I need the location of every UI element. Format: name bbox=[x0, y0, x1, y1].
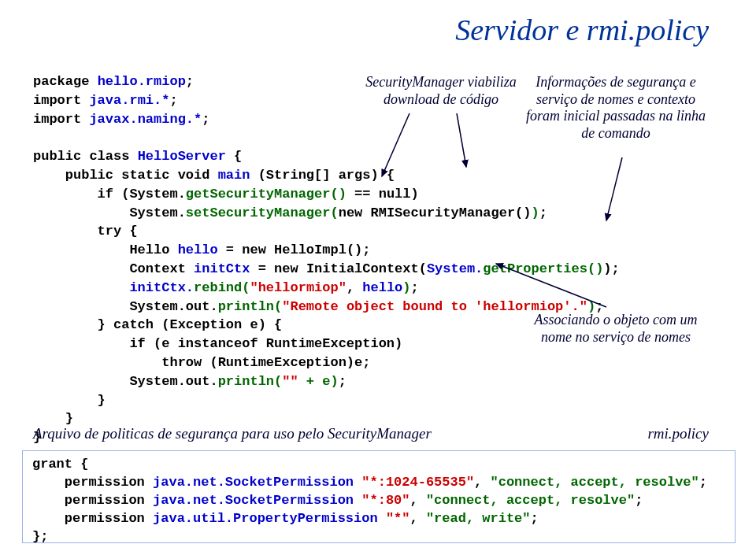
code-text: = new HelloImpl(); bbox=[218, 242, 371, 257]
policy-code-box: grant { permission java.net.SocketPermis… bbox=[22, 450, 736, 543]
code-text: System. bbox=[33, 205, 186, 220]
code-text: ; bbox=[339, 374, 346, 389]
code-text: java.rmi.* bbox=[89, 93, 169, 108]
code-text: , bbox=[410, 511, 426, 526]
code-text: ; bbox=[186, 74, 194, 89]
code-text: hello bbox=[362, 280, 402, 295]
code-text: ); bbox=[603, 261, 619, 276]
code-text: hello bbox=[178, 242, 218, 257]
code-text: , bbox=[346, 280, 362, 295]
code-text: } bbox=[33, 393, 106, 408]
code-text: import bbox=[33, 112, 89, 127]
code-text: initCtx. bbox=[129, 280, 194, 295]
code-text: HelloServer bbox=[138, 149, 226, 164]
code-text bbox=[33, 280, 129, 295]
code-text bbox=[378, 511, 386, 526]
slide-title: Servidor e rmi.policy bbox=[455, 13, 709, 47]
code-text: java.net.SocketPermission bbox=[153, 493, 354, 508]
code-text: getSecurityManager() bbox=[186, 187, 346, 202]
code-text: ; bbox=[531, 511, 539, 526]
code-text: rebind( bbox=[194, 280, 250, 295]
code-text: , bbox=[410, 493, 426, 508]
code-text: ; bbox=[411, 280, 419, 295]
code-text: "*" bbox=[386, 511, 410, 526]
code-text: ) bbox=[402, 280, 410, 295]
code-text: try { bbox=[33, 224, 138, 239]
code-text: System.out. bbox=[33, 374, 218, 389]
annotation-security-manager: SecurityManager viabiliza download de có… bbox=[346, 74, 536, 108]
code-text: "hellormiop" bbox=[250, 280, 346, 295]
code-text: getProperties() bbox=[483, 261, 603, 276]
code-text: if (System. bbox=[33, 187, 186, 202]
code-text: System. bbox=[427, 261, 483, 276]
code-text: "connect, accept, resolve" bbox=[426, 493, 635, 508]
rmipolicy-label: rmi.policy bbox=[647, 425, 709, 442]
code-text: permission bbox=[32, 475, 153, 490]
code-text: initCtx bbox=[194, 261, 250, 276]
code-text: ; bbox=[202, 112, 209, 127]
code-text: "" bbox=[282, 374, 298, 389]
code-text: throw (RuntimeException)e; bbox=[33, 355, 370, 370]
code-text: "*:80" bbox=[361, 493, 410, 508]
code-text: ; bbox=[635, 493, 643, 508]
code-text: package bbox=[33, 74, 98, 89]
code-text: new RMISecurityManager() bbox=[339, 205, 532, 220]
code-text: permission bbox=[32, 511, 153, 526]
code-text bbox=[354, 493, 361, 508]
annotation-info-security: Informações de segurança e serviço de no… bbox=[521, 74, 710, 142]
code-text: , bbox=[474, 475, 490, 490]
code-text: grant { bbox=[32, 457, 88, 472]
code-text: } catch (Exception e) { bbox=[33, 317, 282, 332]
code-text: } bbox=[33, 411, 73, 426]
code-text: if (e instanceof RuntimeException) bbox=[33, 336, 402, 351]
code-text: public class bbox=[33, 149, 138, 164]
code-text: }; bbox=[32, 529, 48, 544]
code-text: hello.rmiop bbox=[98, 74, 186, 89]
code-text: Hello bbox=[33, 242, 178, 257]
code-text: = new InitialContext( bbox=[250, 261, 426, 276]
code-text: ) bbox=[532, 205, 539, 220]
code-text: public static void bbox=[33, 168, 218, 183]
code-text: println( bbox=[218, 299, 283, 314]
code-text: main bbox=[218, 168, 250, 183]
code-text: System.out. bbox=[33, 299, 218, 314]
code-text: javax.naming.* bbox=[89, 112, 202, 127]
code-text: ; bbox=[699, 475, 707, 490]
code-text: (String[] args) { bbox=[250, 168, 395, 183]
code-text bbox=[354, 475, 361, 490]
code-text: "read, write" bbox=[426, 511, 531, 526]
code-text: == null) bbox=[346, 187, 419, 202]
policy-label: Arquivo de politicas de segurança para u… bbox=[33, 425, 432, 442]
code-text: permission bbox=[32, 493, 153, 508]
code-text: + e) bbox=[298, 374, 339, 389]
code-text: { bbox=[226, 149, 242, 164]
code-text: "*:1024-65535" bbox=[361, 475, 474, 490]
code-text: "connect, accept, resolve" bbox=[491, 475, 699, 490]
code-text: java.util.PropertyPermission bbox=[153, 511, 378, 526]
code-text: setSecurityManager( bbox=[186, 205, 339, 220]
code-text: println( bbox=[218, 374, 283, 389]
code-text: Context bbox=[33, 261, 194, 276]
code-text: ; bbox=[169, 93, 177, 108]
code-text: java.net.SocketPermission bbox=[153, 475, 354, 490]
code-text: import bbox=[33, 93, 89, 108]
code-text: ; bbox=[539, 205, 547, 220]
annotation-associando: Associando o objeto com um nome no servi… bbox=[521, 312, 710, 346]
